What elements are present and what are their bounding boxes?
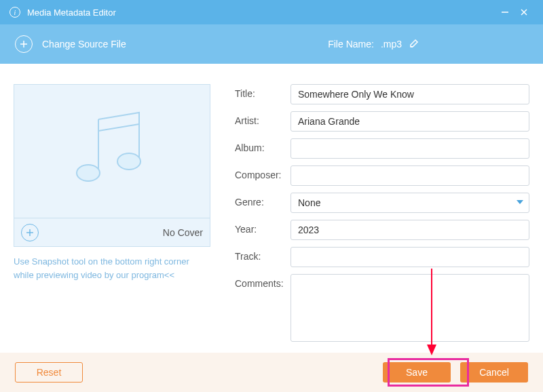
file-name-label: File Name: <box>328 39 374 50</box>
cancel-button[interactable]: Cancel <box>460 362 528 383</box>
save-button[interactable]: Save <box>383 362 451 383</box>
title-input[interactable] <box>291 84 529 104</box>
app-title: Media Metadata Editor <box>27 7 116 18</box>
track-input[interactable] <box>291 247 529 267</box>
metadata-form: Title: Artist: Album: Composer: Genre: Y… <box>235 84 529 342</box>
toolbar: Change Source File File Name: .mp3 <box>0 24 543 64</box>
file-name-block: File Name: .mp3 <box>328 38 419 51</box>
album-input[interactable] <box>291 138 529 159</box>
no-cover-label: No Cover <box>163 227 203 238</box>
svg-point-7 <box>117 153 141 170</box>
cover-art-placeholder <box>14 85 210 218</box>
label-year: Year: <box>235 220 286 235</box>
artist-input[interactable] <box>291 111 529 132</box>
comments-input[interactable] <box>291 274 529 342</box>
genre-select[interactable] <box>291 193 529 213</box>
cover-box: No Cover <box>14 84 210 247</box>
cover-footer: No Cover <box>14 218 210 246</box>
label-genre: Genre: <box>235 193 286 208</box>
close-button[interactable] <box>514 3 533 22</box>
change-source-label[interactable]: Change Source File <box>42 39 126 50</box>
svg-point-6 <box>77 165 100 181</box>
label-artist: Artist: <box>235 111 286 126</box>
label-title: Title: <box>235 84 286 99</box>
label-album: Album: <box>235 138 286 153</box>
minimize-button[interactable] <box>495 3 514 22</box>
add-cover-button[interactable] <box>21 224 39 241</box>
file-name-value: .mp3 <box>381 39 402 50</box>
composer-input[interactable] <box>291 165 529 186</box>
label-comments: Comments: <box>235 274 286 289</box>
edit-filename-icon[interactable] <box>409 38 419 51</box>
reset-button[interactable]: Reset <box>15 362 83 383</box>
label-composer: Composer: <box>235 165 286 180</box>
snapshot-hint: Use Snapshot tool on the bottom right co… <box>14 255 197 282</box>
music-note-icon <box>68 107 156 195</box>
info-icon: i <box>10 7 20 18</box>
cover-column: No Cover Use Snapshot tool on the bottom… <box>14 84 210 342</box>
year-input[interactable] <box>291 220 529 240</box>
label-track: Track: <box>235 247 286 262</box>
footer: Reset Save Cancel <box>0 353 543 392</box>
content-area: No Cover Use Snapshot tool on the bottom… <box>0 64 543 342</box>
titlebar: i Media Metadata Editor <box>0 0 543 24</box>
change-source-icon[interactable] <box>15 35 33 53</box>
